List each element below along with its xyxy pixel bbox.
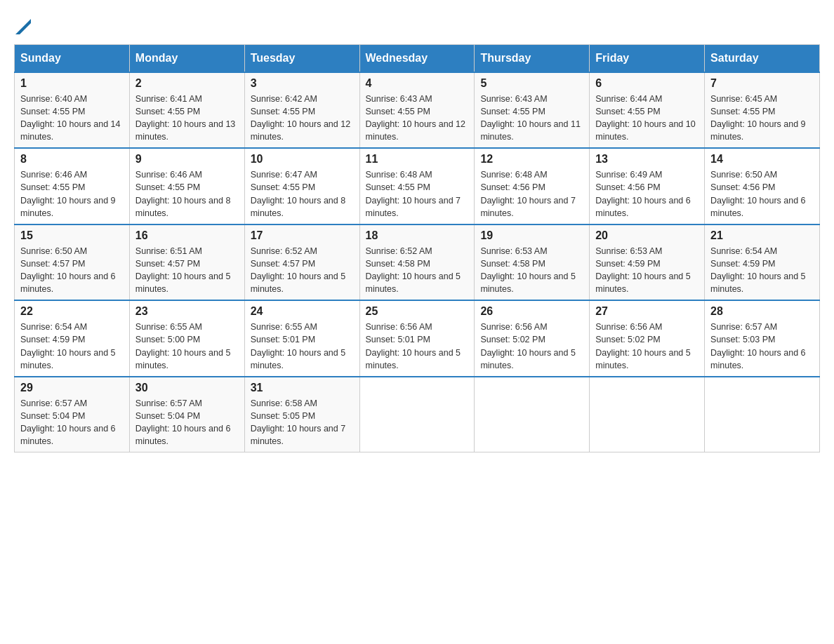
day-info: Sunrise: 6:55 AMSunset: 5:01 PMDaylight:…: [251, 321, 354, 372]
calendar-cell: 3Sunrise: 6:42 AMSunset: 4:55 PMDaylight…: [244, 72, 359, 149]
day-number: 13: [595, 153, 699, 166]
day-info: Sunrise: 6:52 AMSunset: 4:57 PMDaylight:…: [251, 245, 354, 296]
calendar-cell: 12Sunrise: 6:48 AMSunset: 4:56 PMDayligh…: [475, 148, 590, 224]
day-number: 21: [710, 229, 814, 242]
calendar-cell: 16Sunrise: 6:51 AMSunset: 4:57 PMDayligh…: [129, 224, 244, 301]
calendar-cell: [590, 377, 705, 452]
day-number: 9: [135, 153, 239, 166]
day-info: Sunrise: 6:53 AMSunset: 4:58 PMDaylight:…: [480, 245, 583, 296]
calendar-cell: 23Sunrise: 6:55 AMSunset: 5:00 PMDayligh…: [129, 300, 244, 377]
calendar-cell: 31Sunrise: 6:58 AMSunset: 5:05 PMDayligh…: [244, 377, 359, 452]
calendar-cell: 11Sunrise: 6:48 AMSunset: 4:55 PMDayligh…: [359, 148, 475, 224]
day-info: Sunrise: 6:53 AMSunset: 4:59 PMDaylight:…: [595, 245, 699, 296]
weekday-header-row: SundayMondayTuesdayWednesdayThursdayFrid…: [15, 44, 820, 72]
day-info: Sunrise: 6:40 AMSunset: 4:55 PMDaylight:…: [20, 93, 124, 144]
calendar-cell: 13Sunrise: 6:49 AMSunset: 4:56 PMDayligh…: [590, 148, 705, 224]
day-number: 29: [20, 382, 124, 394]
day-info: Sunrise: 6:43 AMSunset: 4:55 PMDaylight:…: [480, 93, 583, 144]
calendar-week-row: 22Sunrise: 6:54 AMSunset: 4:59 PMDayligh…: [15, 300, 820, 377]
day-info: Sunrise: 6:56 AMSunset: 5:02 PMDaylight:…: [595, 321, 699, 372]
day-info: Sunrise: 6:55 AMSunset: 5:00 PMDaylight:…: [135, 321, 239, 372]
day-number: 23: [135, 305, 239, 318]
day-info: Sunrise: 6:47 AMSunset: 4:55 PMDaylight:…: [251, 168, 354, 220]
day-info: Sunrise: 6:42 AMSunset: 4:55 PMDaylight:…: [251, 93, 354, 144]
calendar-cell: [475, 377, 590, 452]
day-number: 15: [20, 229, 124, 242]
day-info: Sunrise: 6:48 AMSunset: 4:56 PMDaylight:…: [480, 168, 583, 220]
day-info: Sunrise: 6:57 AMSunset: 5:03 PMDaylight:…: [710, 321, 814, 372]
weekday-header-friday: Friday: [590, 44, 705, 72]
day-number: 16: [135, 229, 239, 242]
calendar-cell: 18Sunrise: 6:52 AMSunset: 4:58 PMDayligh…: [359, 224, 475, 301]
calendar-cell: 25Sunrise: 6:56 AMSunset: 5:01 PMDayligh…: [359, 300, 475, 377]
calendar-cell: 9Sunrise: 6:46 AMSunset: 4:55 PMDaylight…: [129, 148, 244, 224]
calendar-cell: 29Sunrise: 6:57 AMSunset: 5:04 PMDayligh…: [15, 377, 130, 452]
weekday-header-monday: Monday: [129, 44, 244, 72]
day-number: 8: [20, 153, 124, 166]
calendar-cell: 6Sunrise: 6:44 AMSunset: 4:55 PMDaylight…: [590, 72, 705, 149]
calendar-table: SundayMondayTuesdayWednesdayThursdayFrid…: [14, 44, 820, 453]
calendar-cell: 2Sunrise: 6:41 AMSunset: 4:55 PMDaylight…: [129, 72, 244, 149]
day-number: 30: [135, 382, 239, 394]
calendar-week-row: 1Sunrise: 6:40 AMSunset: 4:55 PMDaylight…: [15, 72, 820, 149]
day-number: 28: [710, 305, 814, 318]
day-info: Sunrise: 6:44 AMSunset: 4:55 PMDaylight:…: [595, 93, 699, 144]
day-number: 26: [480, 305, 583, 318]
calendar-cell: 27Sunrise: 6:56 AMSunset: 5:02 PMDayligh…: [590, 300, 705, 377]
day-info: Sunrise: 6:48 AMSunset: 4:55 PMDaylight:…: [366, 168, 469, 220]
day-number: 25: [366, 305, 469, 318]
day-info: Sunrise: 6:46 AMSunset: 4:55 PMDaylight:…: [20, 168, 124, 220]
day-info: Sunrise: 6:54 AMSunset: 4:59 PMDaylight:…: [20, 321, 124, 372]
day-info: Sunrise: 6:51 AMSunset: 4:57 PMDaylight:…: [135, 245, 239, 296]
day-number: 4: [366, 77, 469, 90]
day-number: 5: [480, 77, 583, 90]
day-info: Sunrise: 6:49 AMSunset: 4:56 PMDaylight:…: [595, 168, 699, 220]
calendar-cell: 5Sunrise: 6:43 AMSunset: 4:55 PMDaylight…: [475, 72, 590, 149]
calendar-cell: 4Sunrise: 6:43 AMSunset: 4:55 PMDaylight…: [359, 72, 475, 149]
calendar-cell: 28Sunrise: 6:57 AMSunset: 5:03 PMDayligh…: [705, 300, 820, 377]
calendar-cell: 14Sunrise: 6:50 AMSunset: 4:56 PMDayligh…: [705, 148, 820, 224]
day-number: 14: [710, 153, 814, 166]
logo-icon: [15, 19, 31, 34]
calendar-cell: 17Sunrise: 6:52 AMSunset: 4:57 PMDayligh…: [244, 224, 359, 301]
page-header: [14, 14, 820, 37]
day-number: 10: [251, 153, 354, 166]
day-info: Sunrise: 6:50 AMSunset: 4:57 PMDaylight:…: [20, 245, 124, 296]
day-number: 11: [366, 153, 469, 166]
calendar-cell: 30Sunrise: 6:57 AMSunset: 5:04 PMDayligh…: [129, 377, 244, 452]
day-info: Sunrise: 6:45 AMSunset: 4:55 PMDaylight:…: [710, 93, 814, 144]
calendar-cell: 7Sunrise: 6:45 AMSunset: 4:55 PMDaylight…: [705, 72, 820, 149]
calendar-cell: 15Sunrise: 6:50 AMSunset: 4:57 PMDayligh…: [15, 224, 130, 301]
day-info: Sunrise: 6:57 AMSunset: 5:04 PMDaylight:…: [20, 397, 124, 448]
calendar-week-row: 8Sunrise: 6:46 AMSunset: 4:55 PMDaylight…: [15, 148, 820, 224]
calendar-week-row: 15Sunrise: 6:50 AMSunset: 4:57 PMDayligh…: [15, 224, 820, 301]
day-info: Sunrise: 6:56 AMSunset: 5:01 PMDaylight:…: [366, 321, 469, 372]
logo: [14, 14, 31, 37]
day-info: Sunrise: 6:41 AMSunset: 4:55 PMDaylight:…: [135, 93, 239, 144]
day-info: Sunrise: 6:50 AMSunset: 4:56 PMDaylight:…: [710, 168, 814, 220]
calendar-cell: 10Sunrise: 6:47 AMSunset: 4:55 PMDayligh…: [244, 148, 359, 224]
weekday-header-wednesday: Wednesday: [359, 44, 475, 72]
calendar-cell: 8Sunrise: 6:46 AMSunset: 4:55 PMDaylight…: [15, 148, 130, 224]
day-info: Sunrise: 6:46 AMSunset: 4:55 PMDaylight:…: [135, 168, 239, 220]
day-info: Sunrise: 6:58 AMSunset: 5:05 PMDaylight:…: [251, 397, 354, 448]
day-info: Sunrise: 6:52 AMSunset: 4:58 PMDaylight:…: [366, 245, 469, 296]
calendar-week-row: 29Sunrise: 6:57 AMSunset: 5:04 PMDayligh…: [15, 377, 820, 452]
calendar-cell: [705, 377, 820, 452]
day-info: Sunrise: 6:57 AMSunset: 5:04 PMDaylight:…: [135, 397, 239, 448]
calendar-cell: 20Sunrise: 6:53 AMSunset: 4:59 PMDayligh…: [590, 224, 705, 301]
calendar-cell: [359, 377, 475, 452]
day-number: 19: [480, 229, 583, 242]
day-number: 17: [251, 229, 354, 242]
day-number: 12: [480, 153, 583, 166]
weekday-header-tuesday: Tuesday: [244, 44, 359, 72]
day-info: Sunrise: 6:56 AMSunset: 5:02 PMDaylight:…: [480, 321, 583, 372]
day-number: 20: [595, 229, 699, 242]
day-number: 18: [366, 229, 469, 242]
day-number: 7: [710, 77, 814, 90]
weekday-header-saturday: Saturday: [705, 44, 820, 72]
weekday-header-sunday: Sunday: [15, 44, 130, 72]
day-number: 24: [251, 305, 354, 318]
day-info: Sunrise: 6:54 AMSunset: 4:59 PMDaylight:…: [710, 245, 814, 296]
calendar-cell: 19Sunrise: 6:53 AMSunset: 4:58 PMDayligh…: [475, 224, 590, 301]
